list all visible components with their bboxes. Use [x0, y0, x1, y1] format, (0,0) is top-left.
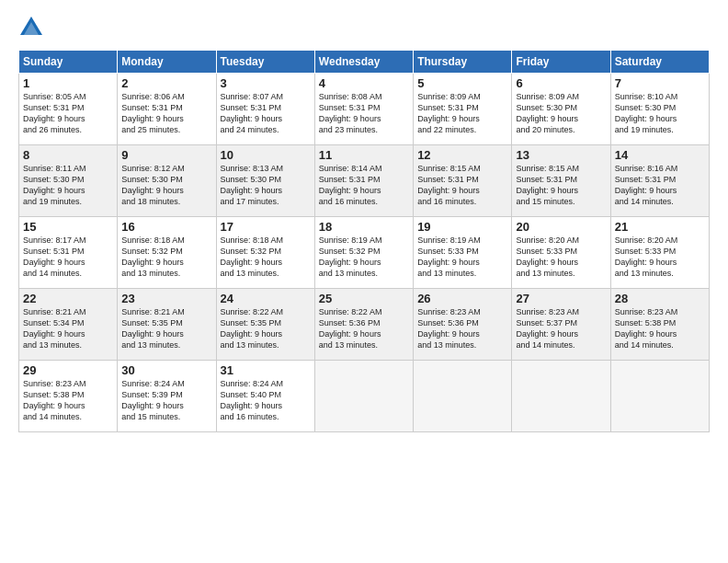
day-number: 23 — [121, 292, 211, 305]
header — [18, 15, 710, 40]
day-number: 12 — [417, 148, 507, 162]
calendar-cell: 8 Sunrise: 8:11 AMSunset: 5:30 PMDayligh… — [19, 145, 118, 217]
day-number: 30 — [121, 363, 211, 377]
day-info: Sunrise: 8:16 AMSunset: 5:31 PMDaylight:… — [615, 163, 705, 208]
calendar-week-row: 1 Sunrise: 8:05 AMSunset: 5:31 PMDayligh… — [19, 74, 710, 145]
calendar-cell: 25 Sunrise: 8:22 AMSunset: 5:36 PMDaylig… — [314, 289, 413, 361]
day-number: 31 — [221, 363, 311, 377]
day-info: Sunrise: 8:11 AMSunset: 5:30 PMDaylight:… — [23, 163, 113, 208]
calendar-header-thursday: Thursday — [414, 51, 512, 74]
day-number: 5 — [417, 76, 507, 90]
day-info: Sunrise: 8:22 AMSunset: 5:35 PMDaylight:… — [221, 306, 311, 351]
calendar-table: SundayMondayTuesdayWednesdayThursdayFrid… — [18, 50, 710, 432]
day-info: Sunrise: 8:20 AMSunset: 5:33 PMDaylight:… — [516, 235, 606, 280]
calendar-cell: 22 Sunrise: 8:21 AMSunset: 5:34 PMDaylig… — [19, 289, 118, 361]
calendar-header-wednesday: Wednesday — [314, 51, 413, 74]
calendar-cell: 31 Sunrise: 8:24 AMSunset: 5:40 PMDaylig… — [216, 361, 314, 432]
calendar-cell: 24 Sunrise: 8:22 AMSunset: 5:35 PMDaylig… — [216, 289, 314, 361]
day-number: 16 — [121, 220, 211, 234]
day-number: 3 — [221, 76, 311, 90]
day-info: Sunrise: 8:05 AMSunset: 5:31 PMDaylight:… — [23, 91, 113, 136]
calendar-week-row: 15 Sunrise: 8:17 AMSunset: 5:31 PMDaylig… — [19, 217, 710, 289]
calendar-cell: 21 Sunrise: 8:20 AMSunset: 5:33 PMDaylig… — [610, 217, 709, 289]
calendar-week-row: 29 Sunrise: 8:23 AMSunset: 5:38 PMDaylig… — [19, 361, 710, 432]
day-number: 2 — [121, 76, 211, 90]
calendar-cell: 23 Sunrise: 8:21 AMSunset: 5:35 PMDaylig… — [118, 289, 216, 361]
calendar-cell: 19 Sunrise: 8:19 AMSunset: 5:33 PMDaylig… — [414, 217, 512, 289]
day-number: 6 — [516, 76, 606, 90]
day-info: Sunrise: 8:22 AMSunset: 5:36 PMDaylight:… — [319, 306, 409, 351]
calendar-week-row: 8 Sunrise: 8:11 AMSunset: 5:30 PMDayligh… — [19, 145, 710, 217]
calendar-cell: 11 Sunrise: 8:14 AMSunset: 5:31 PMDaylig… — [314, 145, 413, 217]
day-info: Sunrise: 8:19 AMSunset: 5:33 PMDaylight:… — [417, 235, 507, 280]
day-number: 10 — [221, 148, 311, 162]
day-number: 20 — [516, 220, 606, 234]
calendar-cell: 28 Sunrise: 8:23 AMSunset: 5:38 PMDaylig… — [610, 289, 709, 361]
day-info: Sunrise: 8:19 AMSunset: 5:32 PMDaylight:… — [319, 235, 409, 280]
calendar-cell — [314, 361, 413, 432]
calendar-cell: 7 Sunrise: 8:10 AMSunset: 5:30 PMDayligh… — [610, 74, 709, 145]
calendar-cell — [414, 361, 512, 432]
day-number: 29 — [23, 363, 113, 377]
day-number: 28 — [615, 292, 705, 305]
day-info: Sunrise: 8:24 AMSunset: 5:40 PMDaylight:… — [221, 378, 311, 423]
calendar-cell: 15 Sunrise: 8:17 AMSunset: 5:31 PMDaylig… — [19, 217, 118, 289]
calendar-cell: 6 Sunrise: 8:09 AMSunset: 5:30 PMDayligh… — [512, 74, 610, 145]
calendar-cell: 29 Sunrise: 8:23 AMSunset: 5:38 PMDaylig… — [19, 361, 118, 432]
calendar-cell: 16 Sunrise: 8:18 AMSunset: 5:32 PMDaylig… — [118, 217, 216, 289]
day-info: Sunrise: 8:21 AMSunset: 5:35 PMDaylight:… — [121, 306, 211, 351]
calendar-cell: 5 Sunrise: 8:09 AMSunset: 5:31 PMDayligh… — [414, 74, 512, 145]
calendar-header-friday: Friday — [512, 51, 610, 74]
day-number: 9 — [121, 148, 211, 162]
calendar-cell: 17 Sunrise: 8:18 AMSunset: 5:32 PMDaylig… — [216, 217, 314, 289]
day-info: Sunrise: 8:10 AMSunset: 5:30 PMDaylight:… — [615, 91, 705, 136]
day-info: Sunrise: 8:09 AMSunset: 5:31 PMDaylight:… — [417, 91, 507, 136]
day-number: 7 — [615, 76, 705, 90]
calendar-cell: 2 Sunrise: 8:06 AMSunset: 5:31 PMDayligh… — [118, 74, 216, 145]
calendar-cell: 30 Sunrise: 8:24 AMSunset: 5:39 PMDaylig… — [118, 361, 216, 432]
day-info: Sunrise: 8:23 AMSunset: 5:38 PMDaylight:… — [615, 306, 705, 351]
day-info: Sunrise: 8:18 AMSunset: 5:32 PMDaylight:… — [221, 235, 311, 280]
day-number: 19 — [417, 220, 507, 234]
day-number: 14 — [615, 148, 705, 162]
calendar-cell: 20 Sunrise: 8:20 AMSunset: 5:33 PMDaylig… — [512, 217, 610, 289]
day-info: Sunrise: 8:20 AMSunset: 5:33 PMDaylight:… — [615, 235, 705, 280]
calendar-header-row: SundayMondayTuesdayWednesdayThursdayFrid… — [19, 51, 710, 74]
day-info: Sunrise: 8:23 AMSunset: 5:36 PMDaylight:… — [417, 306, 507, 351]
calendar-cell: 1 Sunrise: 8:05 AMSunset: 5:31 PMDayligh… — [19, 74, 118, 145]
day-number: 27 — [516, 292, 606, 305]
calendar-cell: 12 Sunrise: 8:15 AMSunset: 5:31 PMDaylig… — [414, 145, 512, 217]
calendar-cell — [512, 361, 610, 432]
day-number: 24 — [221, 292, 311, 305]
logo-icon — [18, 15, 44, 40]
calendar-cell: 18 Sunrise: 8:19 AMSunset: 5:32 PMDaylig… — [314, 217, 413, 289]
day-info: Sunrise: 8:18 AMSunset: 5:32 PMDaylight:… — [121, 235, 211, 280]
day-number: 17 — [221, 220, 311, 234]
day-number: 22 — [23, 292, 113, 305]
day-info: Sunrise: 8:24 AMSunset: 5:39 PMDaylight:… — [121, 378, 211, 423]
day-info: Sunrise: 8:09 AMSunset: 5:30 PMDaylight:… — [516, 91, 606, 136]
day-info: Sunrise: 8:17 AMSunset: 5:31 PMDaylight:… — [23, 235, 113, 280]
calendar-header-monday: Monday — [118, 51, 216, 74]
calendar-cell: 26 Sunrise: 8:23 AMSunset: 5:36 PMDaylig… — [414, 289, 512, 361]
page: SundayMondayTuesdayWednesdayThursdayFrid… — [0, 0, 728, 563]
day-info: Sunrise: 8:21 AMSunset: 5:34 PMDaylight:… — [23, 306, 113, 351]
day-number: 18 — [319, 220, 409, 234]
day-info: Sunrise: 8:08 AMSunset: 5:31 PMDaylight:… — [319, 91, 409, 136]
day-number: 13 — [516, 148, 606, 162]
logo — [18, 15, 48, 40]
calendar-cell: 3 Sunrise: 8:07 AMSunset: 5:31 PMDayligh… — [216, 74, 314, 145]
calendar-cell: 27 Sunrise: 8:23 AMSunset: 5:37 PMDaylig… — [512, 289, 610, 361]
calendar-header-sunday: Sunday — [19, 51, 118, 74]
day-info: Sunrise: 8:23 AMSunset: 5:37 PMDaylight:… — [516, 306, 606, 351]
day-info: Sunrise: 8:13 AMSunset: 5:30 PMDaylight:… — [221, 163, 311, 208]
day-info: Sunrise: 8:15 AMSunset: 5:31 PMDaylight:… — [516, 163, 606, 208]
calendar-cell: 10 Sunrise: 8:13 AMSunset: 5:30 PMDaylig… — [216, 145, 314, 217]
day-info: Sunrise: 8:07 AMSunset: 5:31 PMDaylight:… — [221, 91, 311, 136]
day-number: 15 — [23, 220, 113, 234]
day-info: Sunrise: 8:12 AMSunset: 5:30 PMDaylight:… — [121, 163, 211, 208]
calendar-cell: 4 Sunrise: 8:08 AMSunset: 5:31 PMDayligh… — [314, 74, 413, 145]
day-info: Sunrise: 8:23 AMSunset: 5:38 PMDaylight:… — [23, 378, 113, 423]
day-number: 1 — [23, 76, 113, 90]
day-number: 25 — [319, 292, 409, 305]
